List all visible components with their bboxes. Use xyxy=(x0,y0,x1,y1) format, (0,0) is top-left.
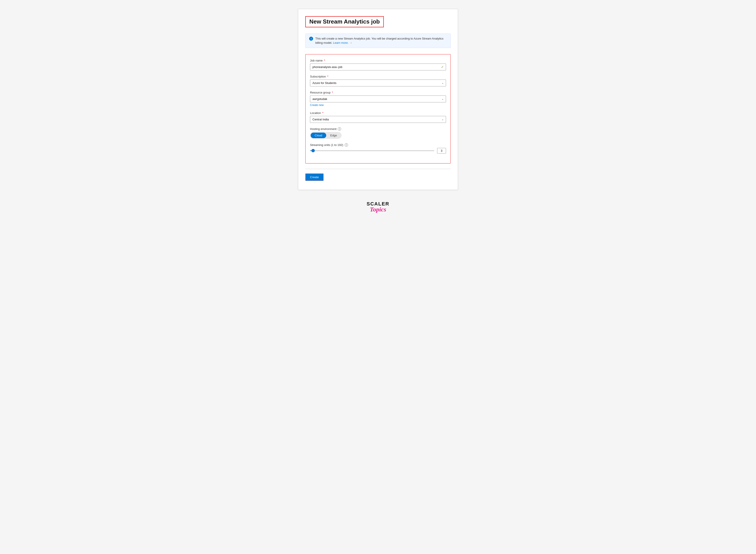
subscription-select-wrapper: Azure for Students ⌄ xyxy=(310,79,446,87)
hosting-edge-option[interactable]: Edge xyxy=(326,132,341,138)
form-card: New Stream Analytics job i This will cre… xyxy=(298,9,458,190)
streaming-units-value: 3 xyxy=(437,148,446,154)
streaming-units-slider[interactable] xyxy=(310,150,434,151)
hosting-env-label: Hosting environment i xyxy=(310,127,446,130)
streaming-units-label: Streaming units (1 to 192) i xyxy=(310,143,446,147)
streaming-units-info-icon[interactable]: i xyxy=(345,143,348,147)
location-required: * xyxy=(322,111,323,115)
location-select-wrapper: Central India ⌄ xyxy=(310,116,446,123)
location-select[interactable]: Central India xyxy=(310,116,446,123)
learn-more-link[interactable]: Learn more. → xyxy=(333,41,353,44)
resource-group-label: Resource group* xyxy=(310,91,446,94)
location-group: Location* Central India ⌄ xyxy=(310,111,446,123)
info-banner-text: This will create a new Stream Analytics … xyxy=(315,37,447,45)
hosting-cloud-option[interactable]: Cloud xyxy=(311,132,326,138)
subscription-required: * xyxy=(327,75,328,78)
streaming-units-row: 3 xyxy=(310,148,446,154)
branding: SCALER Topics xyxy=(367,201,389,213)
form-divider xyxy=(305,169,451,169)
resource-group-select-wrapper: awrgstudak ⌄ xyxy=(310,96,446,102)
resource-group-required: * xyxy=(332,91,333,94)
job-name-input-wrapper: ✓ xyxy=(310,63,446,70)
create-new-link[interactable]: Create new xyxy=(310,104,324,107)
create-button[interactable]: Create xyxy=(305,173,324,181)
topics-label: Topics xyxy=(370,206,386,213)
info-banner: i This will create a new Stream Analytic… xyxy=(305,34,451,48)
subscription-group: Subscription* Azure for Students ⌄ xyxy=(310,75,446,87)
job-name-required: * xyxy=(324,59,325,62)
job-name-check-icon: ✓ xyxy=(441,65,444,69)
subscription-label: Subscription* xyxy=(310,75,446,78)
location-label: Location* xyxy=(310,111,446,115)
info-icon: i xyxy=(309,37,313,41)
resource-group-group: Resource group* awrgstudak ⌄ Create new xyxy=(310,91,446,107)
hosting-env-group: Hosting environment i Cloud Edge xyxy=(310,127,446,139)
form-panel: Job name* ✓ Subscription* Azure for Stud… xyxy=(305,54,451,164)
job-name-input[interactable] xyxy=(310,63,446,70)
streaming-units-group: Streaming units (1 to 192) i 3 xyxy=(310,143,446,154)
hosting-toggle: Cloud Edge xyxy=(310,132,341,139)
subscription-select[interactable]: Azure for Students xyxy=(310,79,446,87)
hosting-env-info-icon[interactable]: i xyxy=(338,127,341,130)
job-name-label: Job name* xyxy=(310,59,446,62)
job-name-group: Job name* ✓ xyxy=(310,59,446,70)
resource-group-select[interactable]: awrgstudak xyxy=(310,96,446,102)
page-title: New Stream Analytics job xyxy=(305,16,384,27)
